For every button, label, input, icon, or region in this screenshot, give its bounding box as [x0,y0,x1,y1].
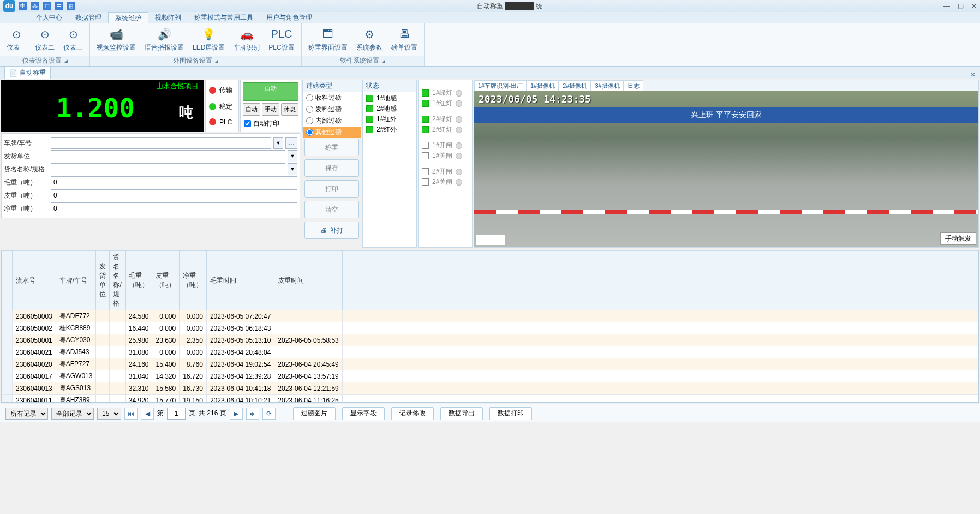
manual-trigger-button[interactable]: 手动触发 [940,232,976,245]
subtab-close-icon[interactable]: ✕ [966,71,980,79]
mode-manual-btn[interactable]: 手动 [262,103,279,116]
ribbon-LED屏设置[interactable]: 💡LED屏设置 [189,26,228,53]
gate-1#开闸[interactable] [422,142,429,149]
ribbon-仪表三[interactable]: ⊙仪表三 [60,26,86,53]
save-button[interactable]: 保存 [304,159,359,177]
table-row[interactable]: 2306050003粤ADF77224.5800.0000.0002023-06… [2,310,978,322]
first-page-button[interactable]: ⏮ [124,408,138,420]
menutab-2[interactable]: 系统维护 [108,12,148,23]
ribbon-仪表一[interactable]: ⊙仪表一 [3,26,29,53]
ribbon-磅单设置[interactable]: 🖶磅单设置 [388,26,421,53]
table-row[interactable]: 2306040017粤AGW01331.04014.32016.7202023-… [2,370,978,382]
table-row[interactable]: 2306040011粤AHZ38934.92015.77019.1502023-… [2,395,978,403]
goods-dropdown[interactable]: ▼ [288,163,297,175]
weigh-button[interactable]: 称重 [304,139,359,156]
table-row[interactable]: 2306050002桂KCB88916.4400.0000.0002023-06… [2,322,978,334]
qa-icon-3[interactable]: ☐ [43,2,51,10]
menutab-4[interactable]: 称重模式与常用工具 [188,12,260,23]
footer-btn-记录修改[interactable]: 记录修改 [391,407,434,420]
ribbon-视频监控设置[interactable]: 📹视频监控设置 [93,26,139,53]
filter-2-select[interactable]: 全部记录 [51,408,94,420]
footer-btn-过磅图片[interactable]: 过磅图片 [293,407,336,420]
mode-panel: 自动 自动 手动 休息 自动打印 [240,80,301,132]
mode-auto-btn[interactable]: 自动 [243,103,260,116]
gate-2#关闸[interactable] [422,178,429,186]
menutab-0[interactable]: 个人中心 [29,12,69,23]
ribbon-PLC设置[interactable]: PLCPLC设置 [265,26,297,53]
weigh-type-0[interactable]: 收料过磅 [303,92,361,104]
ribbon-icon: 🔊 [157,27,172,42]
menutab-5[interactable]: 用户与角色管理 [260,12,319,23]
ribbon-称重界面设置[interactable]: 🗔称重界面设置 [305,26,351,53]
plate-dropdown[interactable]: ▼ [273,137,283,149]
gross-input[interactable] [51,176,297,188]
prev-page-button[interactable]: ◀ [141,408,154,420]
gate-2#红灯[interactable] [422,126,429,133]
camera-tab-0[interactable]: 1#车牌识别-出厂 [474,80,527,91]
status-panel: 状态 1#地感2#地感1#红外2#红外 [362,80,417,248]
autoprint-checkbox[interactable]: 自动打印 [243,118,298,129]
qa-icon-4[interactable]: ☰ [55,2,63,10]
minimize-icon[interactable]: — [943,2,950,10]
weight-value: 1.200 [12,93,179,123]
gate-1#绿灯[interactable] [422,89,429,97]
sender-dropdown[interactable]: ▼ [288,150,297,162]
subtab-strip: 📄 自动称重 ✕ [0,67,980,79]
gate-2#开闸[interactable] [422,168,429,175]
records-grid[interactable]: 流水号车牌/车号发货单位货名名称/规格毛重（吨）皮重（吨）净重（吨）毛重时间皮重… [1,250,979,403]
table-row[interactable]: 2306040013粤AGS01332.31015.58016.7302023-… [2,382,978,395]
weigh-type-1[interactable]: 发料过磅 [303,104,361,115]
maximize-icon[interactable]: ▢ [958,2,964,10]
menutab-1[interactable]: 数据管理 [69,12,108,23]
page-input[interactable] [167,408,186,420]
clear-button[interactable]: 清空 [304,201,359,218]
camera-tab-3[interactable]: 3#摄像机 [591,80,623,91]
ribbon-仪表二[interactable]: ⊙仪表二 [32,26,58,53]
sender-input[interactable] [51,150,285,162]
status-1#红外 [366,116,373,123]
camera-tab-4[interactable]: 日志 [624,80,643,91]
ribbon-语音播报设置[interactable]: 🔊语音播报设置 [141,26,187,53]
table-row[interactable]: 2306050001粤ACY03025.98023.6302.3502023-0… [2,334,978,346]
table-row[interactable]: 2306040021粤ADJ54331.0800.0000.0002023-06… [2,346,978,358]
ribbon: ⊙仪表一⊙仪表二⊙仪表三仪表设备设置◢📹视频监控设置🔊语音播报设置💡LED屏设置… [0,23,980,67]
menutab-3[interactable]: 视频阵列 [148,12,188,23]
ribbon-icon: 🖶 [397,27,412,42]
qa-lang-icon[interactable]: 中 [19,2,27,10]
net-input[interactable] [51,202,297,214]
plate-browse[interactable]: … [285,137,297,149]
camera-tab-1[interactable]: 1#摄像机 [527,80,559,91]
weigh-type-2[interactable]: 内部过磅 [303,115,361,127]
footer-btn-显示字段[interactable]: 显示字段 [342,407,385,420]
mode-rest-btn[interactable]: 休息 [281,103,298,116]
plate-input[interactable] [51,137,271,149]
mode-auto-big[interactable]: 自动 [243,82,298,101]
qa-icon-5[interactable]: ⊞ [67,2,75,10]
status-2#红外 [366,126,373,133]
ribbon-车牌识别[interactable]: 🚗车牌识别 [230,26,263,53]
goods-input[interactable] [51,163,285,175]
next-page-button[interactable]: ▶ [230,408,243,420]
last-page-button[interactable]: ⏭ [246,408,259,420]
gate-2#绿灯[interactable] [422,116,429,123]
reprint-button[interactable]: 🖨补打 [304,222,359,239]
refresh-button[interactable]: ⟳ [262,408,276,420]
subtab-autoweigh[interactable]: 📄 自动称重 [4,67,51,79]
ribbon-系统参数[interactable]: ⚙系统参数 [353,26,386,53]
pagesize-select[interactable]: 15 [97,408,121,420]
led-panel: 传输稳定PLC [205,80,239,132]
table-row[interactable]: 2306040020粤AFP72724.16015.4008.7602023-0… [2,358,978,370]
gate-1#红灯[interactable] [422,100,429,107]
ribbon-icon: 📹 [109,27,124,42]
gate-1#关闸[interactable] [422,152,429,159]
qa-icon-2[interactable]: ⁂ [31,2,39,10]
footer-btn-数据打印[interactable]: 数据打印 [489,407,532,420]
doc-icon: 📄 [9,69,17,77]
ribbon-icon: ⊙ [65,27,81,42]
footer-btn-数据导出[interactable]: 数据导出 [440,407,483,420]
filter-1-select[interactable]: 所有记录 [5,408,48,420]
tare-input[interactable] [51,189,297,201]
close-icon[interactable]: ✕ [971,2,977,10]
camera-tab-2[interactable]: 2#摄像机 [559,80,591,91]
print-button[interactable]: 打印 [304,180,359,198]
